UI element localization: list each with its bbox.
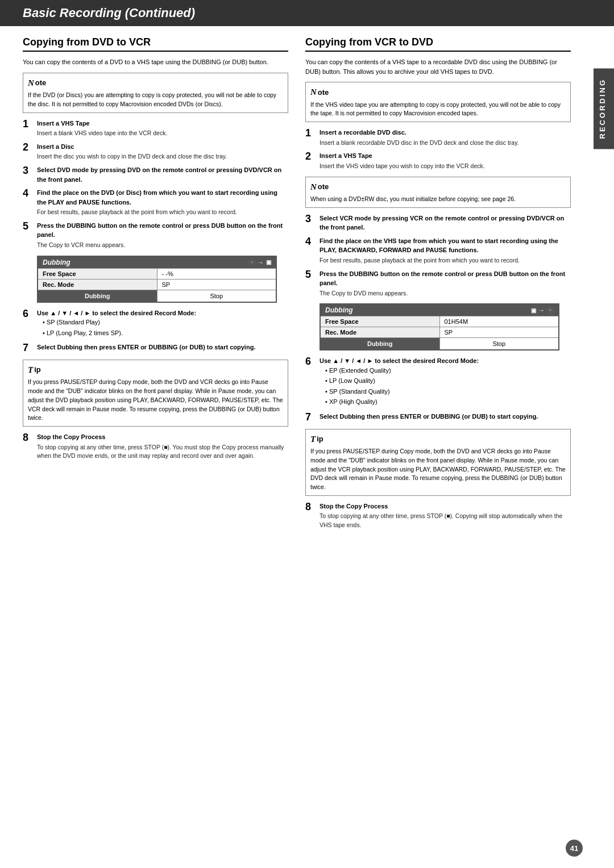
right-step-7: 7 Select Dubbing then press ENTER or DUB…: [305, 412, 571, 423]
right-step-3: 3 Select VCR mode by pressing VCR on the…: [305, 214, 571, 232]
side-tab: RECORDING: [594, 68, 614, 149]
right-note2-text: When using a DVD±RW disc, you must initi…: [310, 195, 516, 202]
right-note: N ote If the VHS video tape you are atte…: [305, 82, 571, 122]
left-dubbing-menu: Dubbing ○ → ▣ Free Space - -% Rec. Mode …: [37, 256, 277, 303]
circle-icon: ○: [248, 259, 255, 266]
right-dubbing-header: Dubbing ▣ → ○: [321, 304, 558, 316]
right-step-6: 6 Use ▲ / ▼ / ◄ / ► to select the desire…: [305, 356, 571, 408]
left-free-space-value: - -%: [157, 269, 276, 279]
left-step-5: 5 Press the DUBBING button on the remote…: [23, 221, 288, 250]
left-intro: You can copy the contents of a DVD to a …: [23, 57, 288, 67]
right-free-space-label: Free Space: [321, 316, 440, 327]
left-step8-list: 8 Stop the Copy Process To stop copying …: [23, 432, 288, 461]
left-tip-text: If you press PAUSE/STEP during Copy mode…: [28, 378, 283, 421]
left-column: Copying from DVD to VCR You can copy the…: [23, 36, 288, 536]
left-free-space-label: Free Space: [38, 269, 157, 279]
left-section-title: Copying from DVD to VCR: [23, 36, 288, 52]
left-stop-btn[interactable]: Stop: [157, 290, 276, 302]
right-steps3-list: 6 Use ▲ / ▼ / ◄ / ► to select the desire…: [305, 356, 571, 423]
right-dubbing-row2: Rec. Mode SP: [321, 327, 558, 337]
left-tip: T ip If you press PAUSE/STEP during Copy…: [23, 360, 288, 427]
right-step-2: 2 Insert a VHS Tape Insert the VHS video…: [305, 151, 571, 170]
left-rec-mode-label: Rec. Mode: [38, 279, 157, 290]
right-step-8: 8 Stop the Copy Process To stop copying …: [305, 502, 571, 530]
circle-icon-right: ○: [547, 307, 554, 314]
right-dubbing-title: Dubbing: [325, 306, 353, 314]
left-step-8: 8 Stop the Copy Process To stop copying …: [23, 432, 288, 461]
right-note2: N ote When using a DVD±RW disc, you must…: [305, 177, 571, 208]
page-container: RECORDING Basic Recording (Continued) Co…: [0, 0, 614, 868]
side-tab-label: RECORDING: [598, 78, 607, 139]
left-rec-mode-value: SP: [157, 279, 276, 290]
right-note2-title: ote: [318, 181, 329, 193]
left-tip-title: ip: [34, 364, 41, 375]
left-step-7: 7 Select Dubbing then press ENTER or DUB…: [23, 343, 288, 354]
right-steps-list: 1 Insert a recordable DVD disc. Insert a…: [305, 128, 571, 171]
left-step-2: 2 Insert a Disc Insert the disc you wish…: [23, 142, 288, 161]
right-dubbing-row1: Free Space 01H54M: [321, 316, 558, 327]
right-note-title: ote: [318, 87, 329, 98]
right-tip-text: If you press PAUSE/STEP during Copy mode…: [310, 448, 566, 490]
right-step-4: 4 Find the place on the VHS tape from wh…: [305, 236, 571, 265]
left-dubbing-title: Dubbing: [43, 258, 70, 266]
left-note-title: ote: [35, 77, 47, 89]
left-dubbing-btn[interactable]: Dubbing: [38, 290, 157, 302]
right-step-1: 1 Insert a recordable DVD disc. Insert a…: [305, 128, 571, 147]
page-number: 41: [566, 840, 583, 857]
page-title: Basic Recording (Continued): [23, 6, 591, 20]
left-step6-bullets: SP (Standard Play) LP (Long Play, 2 time…: [43, 318, 288, 337]
left-step-3: 3 Select DVD mode by pressing DVD on the…: [23, 165, 288, 184]
right-intro: You can copy the contents of a VHS tape …: [305, 57, 571, 76]
right-steps2-list: 3 Select VCR mode by pressing VCR on the…: [305, 214, 571, 298]
left-dubbing-row2: Rec. Mode SP: [38, 279, 276, 290]
right-column: Copying from VCR to DVD You can copy the…: [305, 36, 571, 536]
left-dubbing-row1: Free Space - -%: [38, 268, 276, 279]
left-dubbing-header: Dubbing ○ → ▣: [38, 257, 276, 268]
content-area: Copying from DVD to VCR You can copy the…: [0, 36, 614, 536]
left-note-text: If the DVD (or Discs) you are attempting…: [28, 91, 276, 107]
right-dubbing-btn[interactable]: Dubbing: [321, 338, 440, 349]
left-steps-list: 1 Insert a VHS Tape Insert a blank VHS v…: [23, 119, 288, 250]
right-tip: T ip If you press PAUSE/STEP during Copy…: [305, 429, 571, 496]
right-step-5: 5 Press the DUBBING button on the remote…: [305, 269, 571, 298]
right-stop-btn[interactable]: Stop: [440, 338, 559, 349]
right-step8-list: 8 Stop the Copy Process To stop copying …: [305, 502, 571, 530]
right-free-space-value: 01H54M: [440, 316, 559, 327]
left-steps2-list: 6 Use ▲ / ▼ / ◄ / ► to select the desire…: [23, 308, 288, 354]
page-header: Basic Recording (Continued): [0, 0, 614, 26]
left-step-1: 1 Insert a VHS Tape Insert a blank VHS v…: [23, 119, 288, 138]
right-dubbing-menu: Dubbing ▣ → ○ Free Space 01H54M Rec. Mod…: [320, 303, 559, 350]
left-step-4: 4 Find the place on the DVD (or Disc) fr…: [23, 188, 288, 217]
right-section-title: Copying from VCR to DVD: [305, 36, 571, 52]
left-step-6: 6 Use ▲ / ▼ / ◄ / ► to select the desire…: [23, 308, 288, 339]
left-note: N ote If the DVD (or Discs) you are atte…: [23, 73, 288, 113]
right-tip-title: ip: [317, 433, 323, 445]
right-note-text: If the VHS video tape you are attempting…: [310, 101, 561, 117]
right-rec-mode-label: Rec. Mode: [321, 327, 440, 337]
right-step6-bullets: EP (Extended Quality) LP (Low Quality) S…: [325, 366, 571, 407]
left-dubbing-buttons: Dubbing Stop: [38, 290, 276, 302]
right-dubbing-buttons: Dubbing Stop: [321, 337, 558, 349]
right-rec-mode-value: SP: [440, 327, 559, 337]
